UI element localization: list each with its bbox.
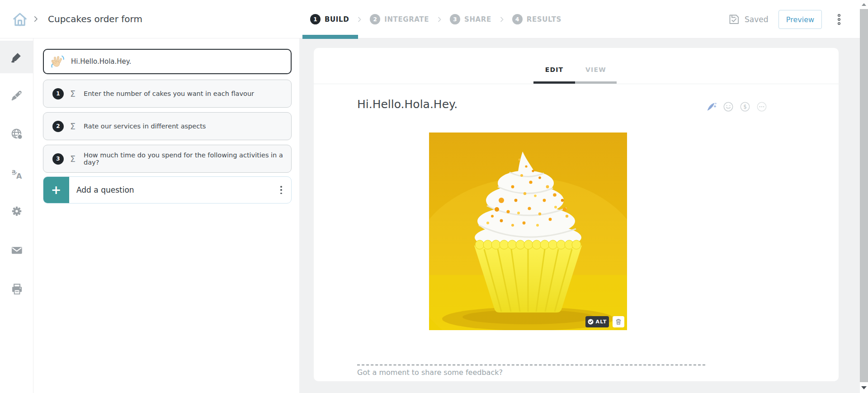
welcome-image[interactable]: ALT: [429, 133, 627, 330]
tab-edit[interactable]: EDIT: [533, 66, 575, 73]
emoji-smiley-icon[interactable]: [723, 101, 734, 112]
question-text: Rate our services in different aspects: [84, 123, 206, 130]
step-label: INTEGRATE: [384, 15, 429, 24]
translate-icon: a A: [10, 167, 24, 180]
triangle-down-icon: [861, 386, 867, 389]
cupcake-photo: [429, 133, 627, 330]
plus-icon: +: [51, 183, 61, 197]
trash-icon: [615, 318, 622, 325]
step-number: 1: [310, 14, 321, 24]
step-chevron-icon: [498, 16, 505, 23]
question-separator: [357, 365, 705, 365]
check-circle-icon: [588, 319, 594, 325]
matrix-sigma-icon: Σ: [70, 154, 75, 164]
welcome-title-field[interactable]: Hi.Hello.Hola.Hey.: [357, 98, 458, 111]
save-status: Saved: [728, 0, 769, 38]
more-options-kebab-icon[interactable]: [835, 14, 843, 25]
gear-icon: [10, 205, 23, 218]
page-scroll-down-button[interactable]: [860, 382, 868, 393]
step-number: 3: [450, 14, 460, 24]
ai-feather-icon[interactable]: [706, 101, 717, 112]
delete-image-button[interactable]: [613, 316, 624, 327]
step-results[interactable]: 4 RESULTS: [512, 14, 561, 24]
triangle-up-icon: [862, 3, 866, 6]
step-chevron-icon: [436, 16, 443, 23]
rail-item-design[interactable]: [0, 79, 33, 112]
add-question-card[interactable]: + Add a question: [43, 176, 292, 204]
form-builder-app: Cupcakes order form 1 BUILD 2 INTEGRATE …: [0, 0, 868, 393]
more-ellipsis-icon[interactable]: [756, 101, 767, 112]
svg-text:a: a: [12, 168, 16, 175]
saved-floppy-icon: [728, 13, 740, 25]
active-step-indicator: [302, 35, 358, 39]
mail-envelope-icon: [10, 244, 23, 256]
rail-item-web[interactable]: [0, 118, 33, 150]
rail-item-settings[interactable]: [0, 195, 33, 227]
step-label: SHARE: [464, 15, 491, 24]
step-integrate[interactable]: 2 INTEGRATE: [370, 14, 429, 24]
rail-item-print[interactable]: [0, 273, 33, 305]
step-build[interactable]: 1 BUILD: [310, 14, 349, 24]
question-list-panel: Hi.Hello.Hola.Hey. 1 Σ Enter the number …: [33, 38, 299, 393]
question-number-badge: 3: [52, 153, 64, 165]
rail-item-translate[interactable]: a A: [0, 157, 33, 190]
preview-button[interactable]: Preview: [778, 10, 822, 29]
breadcrumb[interactable]: Cupcakes order form: [48, 0, 142, 38]
alt-label: ALT: [596, 319, 607, 325]
question-card-1[interactable]: 1 Σ Enter the number of cakes you want i…: [43, 80, 292, 108]
paint-brush-icon: [10, 90, 23, 102]
step-label: RESULTS: [527, 15, 561, 24]
next-question-title[interactable]: Got a moment to share some feedback?: [357, 368, 503, 377]
editor-card: EDIT VIEW Hi.Hello.Hola.Hey.: [314, 48, 839, 381]
printer-icon: [10, 283, 23, 295]
step-number: 4: [512, 14, 523, 24]
matrix-sigma-icon: Σ: [70, 89, 75, 99]
step-label: BUILD: [325, 15, 349, 24]
step-share[interactable]: 3 SHARE: [450, 14, 491, 24]
question-number-badge: 1: [52, 88, 64, 99]
question-text: Enter the number of cakes you want in ea…: [84, 90, 254, 97]
page-scrollbar[interactable]: [860, 0, 868, 393]
home-icon: [12, 11, 28, 28]
globe-icon: [10, 128, 23, 140]
tool-rail: a A: [0, 38, 33, 393]
breadcrumb-chevron-icon: [32, 15, 40, 23]
page-scroll-up-button[interactable]: [860, 0, 868, 9]
tab-view[interactable]: VIEW: [575, 66, 617, 73]
question-text: How much time do you spend for the follo…: [84, 152, 291, 166]
top-header: Cupcakes order form 1 BUILD 2 INTEGRATE …: [0, 0, 868, 38]
welcome-card-title: Hi.Hello.Hola.Hey.: [71, 57, 131, 66]
step-chevron-icon: [356, 16, 363, 23]
variable-dollar-icon[interactable]: $: [740, 101, 750, 112]
question-card-3[interactable]: 3 Σ How much time do you spend for the f…: [43, 145, 292, 173]
page-scrollbar-thumb[interactable]: [860, 9, 868, 382]
pencil-compose-icon: [10, 51, 23, 63]
workflow-stepper: 1 BUILD 2 INTEGRATE 3 SHARE 4 RESULTS: [310, 0, 561, 38]
alt-text-button[interactable]: ALT: [585, 316, 609, 327]
waving-hand-icon: [50, 54, 65, 69]
svg-text:A: A: [16, 172, 22, 180]
question-card-2[interactable]: 2 Σ Rate our services in different aspec…: [43, 112, 292, 140]
dollar-glyph: $: [743, 104, 747, 110]
title-toolbar: $: [706, 101, 767, 112]
tabs-divider: [314, 84, 839, 84]
add-question-button[interactable]: +: [43, 176, 69, 204]
rail-item-email[interactable]: [0, 234, 33, 266]
saved-label: Saved: [745, 15, 769, 24]
welcome-card[interactable]: Hi.Hello.Hola.Hey.: [43, 49, 292, 74]
matrix-sigma-icon: Σ: [70, 121, 75, 131]
add-question-kebab-icon[interactable]: [280, 186, 282, 194]
add-question-label: Add a question: [76, 185, 134, 194]
step-number: 2: [370, 14, 380, 24]
question-number-badge: 2: [52, 121, 64, 132]
editor-canvas: EDIT VIEW Hi.Hello.Hola.Hey.: [299, 38, 860, 393]
home-button[interactable]: [12, 11, 28, 28]
rail-item-compose[interactable]: [0, 41, 33, 73]
